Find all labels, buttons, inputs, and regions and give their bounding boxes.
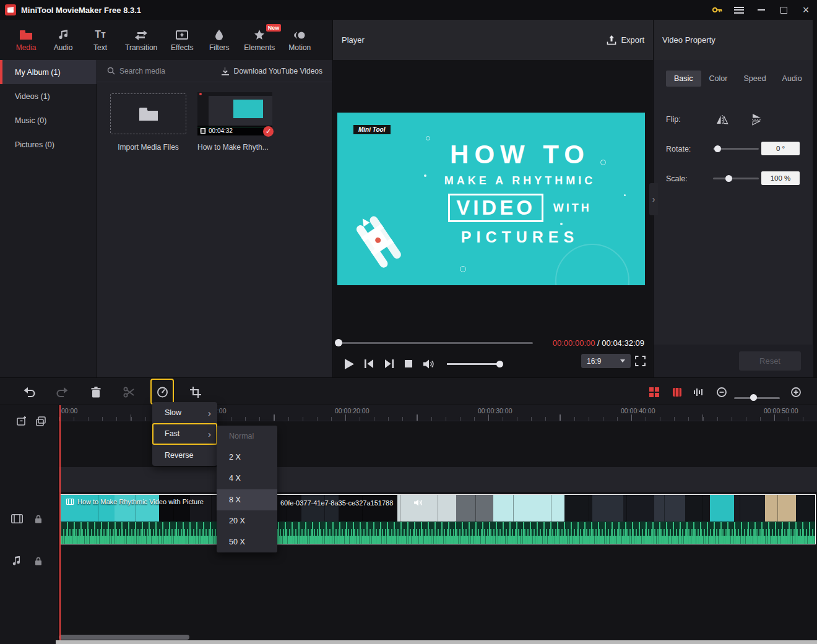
clip-name-left: How to Make Rhythmic Video with Picture bbox=[77, 498, 204, 505]
rotate-value-field[interactable]: 0 ° bbox=[761, 142, 800, 155]
seek-knob[interactable] bbox=[335, 339, 342, 346]
timeline-panel: 00:00 00:00:10:00 00:00:20:00 00:00:30:0… bbox=[0, 405, 817, 644]
media-clip-thumbnail[interactable]: 00:04:32 ✓ bbox=[197, 92, 272, 135]
volume-knob[interactable] bbox=[496, 361, 503, 367]
ribbon-tab-filters[interactable]: Filters bbox=[203, 23, 235, 58]
previous-frame-button[interactable] bbox=[359, 356, 379, 371]
undo-button[interactable] bbox=[22, 385, 36, 399]
grid-view-icon[interactable] bbox=[647, 385, 661, 399]
split-scissors-icon[interactable] bbox=[122, 385, 136, 399]
sidebar-item-pictures[interactable]: Pictures (0) bbox=[0, 132, 97, 157]
music-track-lock-icon[interactable] bbox=[35, 557, 46, 568]
crop-button[interactable] bbox=[189, 385, 202, 399]
rotate-knob[interactable] bbox=[714, 145, 721, 152]
app-title: MiniTool MovieMaker Free 8.3.1 bbox=[21, 6, 141, 15]
seek-bar[interactable] bbox=[337, 342, 533, 344]
ribbon-tab-transition[interactable]: Transition bbox=[121, 23, 161, 58]
submenu-item-4x[interactable]: 4 X bbox=[217, 468, 277, 489]
menu-icon[interactable] bbox=[728, 0, 750, 20]
sidebar-item-videos[interactable]: Videos (1) bbox=[0, 84, 97, 108]
bottom-scrollbar-strip bbox=[56, 640, 817, 644]
submenu-item-50x[interactable]: 50 X bbox=[217, 531, 277, 552]
marker-icon[interactable] bbox=[670, 385, 684, 399]
preview-word-with: WITH bbox=[553, 202, 592, 215]
add-clip-to-track-button[interactable] bbox=[17, 416, 28, 427]
media-search[interactable] bbox=[107, 67, 212, 75]
titlebar: MiniTool MovieMaker Free 8.3.1 × bbox=[0, 0, 817, 20]
download-youtube-button[interactable]: Download YouTube Videos bbox=[221, 67, 322, 75]
scale-value-field[interactable]: 100 % bbox=[761, 171, 800, 185]
scale-slider[interactable] bbox=[713, 178, 759, 179]
submenu-item-20x[interactable]: 20 X bbox=[217, 510, 277, 531]
timeline-zoom-knob[interactable] bbox=[750, 394, 757, 401]
flip-horizontal-icon[interactable] bbox=[714, 113, 730, 126]
next-frame-button[interactable] bbox=[379, 356, 399, 371]
close-button[interactable]: × bbox=[795, 0, 817, 20]
video-track-lock-icon[interactable] bbox=[35, 515, 46, 526]
media-topbar: Download YouTube Videos bbox=[97, 60, 332, 82]
player-title: Player bbox=[342, 35, 365, 45]
sidebar-item-label: Pictures (0) bbox=[15, 140, 54, 149]
ribbon-tab-effects[interactable]: Effects bbox=[166, 23, 198, 58]
download-label: Download YouTube Videos bbox=[234, 67, 322, 75]
playhead[interactable] bbox=[59, 405, 61, 640]
menu-item-reverse[interactable]: Reverse bbox=[152, 445, 217, 466]
scale-knob[interactable] bbox=[725, 175, 732, 182]
submenu-item-8x[interactable]: 8 X bbox=[217, 489, 277, 510]
tab-color[interactable]: Color bbox=[701, 71, 736, 87]
current-time: 00:00:00:00 bbox=[553, 338, 595, 348]
timeline-video-clip[interactable]: How to Make Rhythmic Video with Picture … bbox=[59, 494, 816, 544]
menu-item-slow[interactable]: Slow › bbox=[152, 402, 217, 423]
audio-wave-icon[interactable] bbox=[691, 385, 705, 399]
sparkle-decoration bbox=[424, 174, 426, 177]
menu-item-fast[interactable]: Fast › bbox=[152, 423, 217, 444]
export-button[interactable]: Export bbox=[607, 35, 644, 45]
zoom-in-icon[interactable] bbox=[789, 385, 803, 399]
chevron-right-icon: › bbox=[208, 429, 211, 439]
timeline-scrollbar[interactable] bbox=[59, 635, 189, 640]
overlay-track-lane[interactable] bbox=[0, 467, 817, 492]
license-key-icon[interactable] bbox=[706, 0, 728, 20]
ribbon-tab-motion[interactable]: Motion bbox=[283, 23, 316, 58]
sidebar-item-label: My Album (1) bbox=[15, 68, 61, 77]
reset-button[interactable]: Reset bbox=[739, 351, 801, 371]
fullscreen-button[interactable] bbox=[635, 356, 646, 366]
submenu-item-2x[interactable]: 2 X bbox=[217, 447, 277, 468]
clip-audio-waveform bbox=[60, 522, 815, 544]
video-preview[interactable]: Mini Tool HOW TO MAKE A RHYTHMIC VIDEO W… bbox=[337, 113, 645, 285]
flip-vertical-icon[interactable] bbox=[748, 113, 764, 126]
volume-icon[interactable] bbox=[418, 356, 438, 371]
menu-item-label: Fast bbox=[165, 429, 179, 438]
stop-button[interactable] bbox=[399, 356, 418, 371]
tab-speed[interactable]: Speed bbox=[735, 71, 774, 87]
sidebar-item-music[interactable]: Music (0) bbox=[0, 108, 97, 132]
rotate-slider[interactable] bbox=[713, 148, 759, 150]
minimize-button[interactable] bbox=[750, 0, 772, 20]
fast-speed-submenu: Normal 2 X 4 X 8 X 20 X 50 X bbox=[217, 426, 277, 552]
add-overlay-track-button[interactable] bbox=[36, 416, 47, 427]
submenu-item-normal[interactable]: Normal bbox=[217, 426, 277, 447]
menu-item-label: Slow bbox=[165, 408, 181, 417]
ribbon-tab-text[interactable]: Tᴛ Text bbox=[84, 23, 116, 58]
tab-audio[interactable]: Audio bbox=[774, 71, 810, 87]
search-input[interactable] bbox=[119, 67, 194, 75]
collapse-panel-handle[interactable]: › bbox=[649, 183, 658, 215]
sidebar-item-my-album[interactable]: My Album (1) bbox=[0, 60, 97, 84]
ribbon-tab-elements[interactable]: New Elements bbox=[240, 23, 279, 58]
tab-basic[interactable]: Basic bbox=[666, 71, 701, 87]
volume-slider[interactable] bbox=[447, 363, 500, 365]
sparkle-decoration bbox=[560, 223, 563, 225]
effects-icon bbox=[176, 28, 188, 40]
maximize-button[interactable] bbox=[772, 0, 795, 20]
ribbon-tab-media[interactable]: Media bbox=[10, 23, 42, 58]
timeline-zoom-slider[interactable] bbox=[734, 397, 780, 399]
redo-button[interactable] bbox=[56, 385, 69, 399]
ribbon-tab-audio[interactable]: Audio bbox=[47, 23, 79, 58]
zoom-out-icon[interactable] bbox=[715, 385, 728, 399]
ribbon-tab-label: Transition bbox=[125, 43, 157, 52]
import-media-button[interactable] bbox=[110, 93, 186, 134]
play-button[interactable] bbox=[339, 356, 359, 371]
media-sidebar: My Album (1) Videos (1) Music (0) Pictur… bbox=[0, 60, 97, 377]
delete-icon[interactable] bbox=[89, 385, 103, 399]
aspect-ratio-select[interactable]: 16:9 bbox=[581, 354, 631, 368]
